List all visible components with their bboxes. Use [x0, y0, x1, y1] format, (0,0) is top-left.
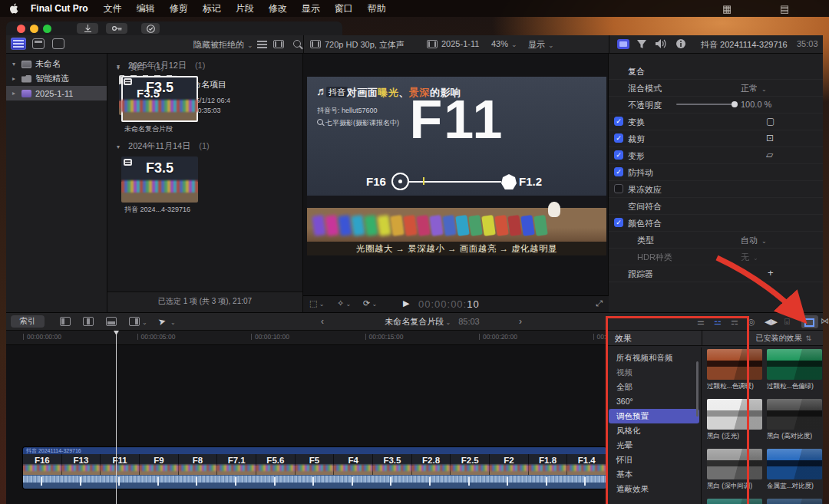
timeline-forward-icon[interactable]: ›: [519, 316, 522, 327]
effects-category[interactable]: 怀旧: [609, 453, 699, 467]
video-canvas[interactable]: ♬抖音 对画面曝光、景深的影响 抖音号: hellut57600 七平摄影(摄影…: [307, 77, 606, 255]
installed-effects-dropdown[interactable]: 已安装的效果: [755, 333, 811, 344]
add-icon[interactable]: +: [768, 267, 774, 278]
menu-item[interactable]: 文件: [104, 2, 122, 15]
minimize-window-button[interactable]: [30, 25, 38, 33]
disclosure-right-icon[interactable]: ▸: [12, 75, 21, 82]
sidebar-item-event[interactable]: ▸ 2025-1-11: [6, 86, 107, 100]
menu-item[interactable]: 标记: [203, 2, 221, 15]
insert-edit-icon[interactable]: [83, 317, 94, 326]
effect-thumbnail[interactable]: [767, 349, 822, 380]
viewer-zoom-dropdown[interactable]: 43%: [491, 39, 517, 48]
solo-icon[interactable]: ◎: [748, 317, 755, 327]
filmstrip-view-icon[interactable]: [273, 40, 284, 48]
search-icon[interactable]: [293, 40, 301, 48]
fullscreen-icon[interactable]: ⤢: [596, 298, 603, 308]
checkbox[interactable]: [614, 150, 623, 160]
effect-thumbnail[interactable]: [707, 349, 762, 380]
inspector-row-value[interactable]: 无: [741, 252, 758, 263]
slider-knob[interactable]: [732, 101, 738, 107]
overwrite-edit-icon[interactable]: [129, 317, 140, 326]
info-inspector-icon[interactable]: [675, 38, 689, 50]
append-edit-icon[interactable]: [106, 317, 117, 326]
effects-category[interactable]: 遮蔽效果: [609, 482, 699, 496]
effects-category[interactable]: 调色预置: [609, 409, 699, 423]
effects-category[interactable]: 全部: [609, 380, 699, 394]
menu-item[interactable]: 帮助: [368, 2, 386, 15]
effect-item[interactable]: 过颗粒...色调暖): [707, 349, 764, 399]
effect-item[interactable]: 黑白 (深中间调): [707, 449, 764, 499]
clip-group-header[interactable]: ▾ 2025年1月12日 (1): [117, 60, 303, 71]
status-tile-icon[interactable]: ▦: [722, 3, 732, 15]
effects-browser-button[interactable]: [801, 315, 818, 328]
effect-item[interactable]: 黑白 (高对比度): [767, 399, 823, 449]
clip-group-header[interactable]: ▾ 2024年11月14日 (1): [117, 140, 303, 152]
play-button[interactable]: ▶: [403, 298, 409, 308]
effects-category[interactable]: 视频: [609, 365, 699, 380]
checkbox[interactable]: [614, 117, 623, 126]
checkbox[interactable]: [614, 133, 623, 143]
transform-icon[interactable]: ▢: [766, 116, 775, 127]
close-window-button[interactable]: [17, 25, 25, 33]
effects-category[interactable]: 360°: [609, 394, 699, 409]
scrollbar[interactable]: [696, 361, 699, 417]
sidebar-item-library[interactable]: ▾ 未命名: [6, 57, 107, 71]
checkbox[interactable]: [614, 218, 623, 227]
chevron-down-icon[interactable]: ⌄: [170, 319, 176, 326]
disclosure-down-icon[interactable]: ▾: [117, 63, 126, 70]
effects-category[interactable]: 基本: [609, 467, 699, 482]
effect-item[interactable]: 过颗粒...色偏绿): [767, 349, 823, 399]
checkbox[interactable]: [614, 184, 623, 193]
effect-thumbnail[interactable]: [767, 449, 822, 479]
keyword-editor-button[interactable]: [106, 23, 127, 34]
menu-item[interactable]: 修剪: [170, 2, 188, 15]
inspector-row-value[interactable]: 100.0 %: [741, 100, 771, 109]
effect-thumbnail[interactable]: [707, 399, 762, 430]
effect-thumbnail[interactable]: [707, 449, 762, 479]
viewer-view-dropdown[interactable]: 显示: [528, 39, 554, 51]
sidebar-item-smart-collection[interactable]: ▸ 智能精选: [6, 71, 107, 86]
av-output-icon[interactable]: ⌻: [784, 317, 790, 327]
effects-category[interactable]: 风格化: [609, 423, 699, 438]
effect-thumbnail[interactable]: [767, 399, 822, 430]
titles-generators-sidebar-icon[interactable]: [52, 38, 64, 49]
enhance-wand-icon[interactable]: ✧ ⌄: [337, 298, 351, 308]
disclosure-down-icon[interactable]: ▾: [12, 61, 21, 68]
connect-edit-icon[interactable]: [60, 317, 71, 326]
effect-item[interactable]: [767, 499, 823, 504]
transitions-browser-icon[interactable]: ⋈: [821, 316, 829, 326]
crop-icon[interactable]: ⊡: [766, 133, 774, 143]
menu-item[interactable]: 编辑: [137, 2, 155, 15]
chevron-down-icon[interactable]: ⌄: [142, 319, 147, 326]
timeline-clip[interactable]: 抖音 20241114-329716 F16F13F11F9F8F7.1F5.6…: [23, 447, 606, 489]
apple-icon[interactable]: [9, 3, 20, 14]
timeline-clip-title[interactable]: 未命名复合片段 ⌄85:03: [344, 316, 520, 328]
effect-item[interactable]: [707, 499, 764, 504]
checkbox[interactable]: [614, 167, 623, 176]
menu-item[interactable]: 窗口: [335, 2, 353, 15]
playhead[interactable]: [116, 331, 117, 504]
effect-item[interactable]: 黑白 (泛光): [707, 399, 764, 449]
effects-category[interactable]: 所有视频和音频: [609, 351, 699, 365]
menu-item[interactable]: 片段: [236, 2, 254, 15]
disclosure-right-icon[interactable]: ▸: [12, 90, 21, 97]
effect-thumbnail[interactable]: [767, 499, 822, 504]
select-tool-icon[interactable]: ➤: [157, 315, 167, 328]
audio-inspector-icon[interactable]: [655, 38, 669, 50]
menu-item[interactable]: 显示: [302, 2, 320, 15]
filter-inspector-icon[interactable]: [636, 38, 650, 50]
index-button[interactable]: 索引: [11, 315, 45, 328]
zoom-window-button[interactable]: [43, 25, 51, 33]
effect-item[interactable]: 金属蓝...对比度): [767, 449, 823, 499]
opacity-slider[interactable]: [676, 104, 735, 105]
snapping-icon[interactable]: ◀▶: [765, 317, 778, 327]
clip-thumbnail[interactable]: F3.5: [121, 156, 198, 203]
disclosure-down-icon[interactable]: ▾: [117, 143, 126, 150]
retime-icon[interactable]: ⟳ ⌄: [363, 298, 377, 308]
browser-filter-dropdown[interactable]: 隐藏被拒绝的: [193, 39, 253, 51]
app-name[interactable]: Final Cut Pro: [31, 3, 88, 14]
video-inspector-icon[interactable]: [616, 38, 630, 50]
timeline-back-icon[interactable]: ‹: [321, 316, 324, 327]
photos-audio-sidebar-icon[interactable]: [32, 38, 45, 49]
import-media-button[interactable]: [77, 23, 98, 34]
